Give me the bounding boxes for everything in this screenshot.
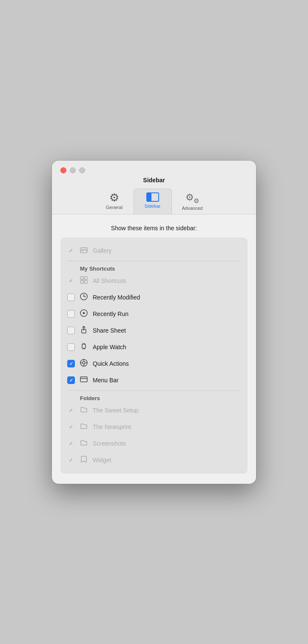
svg-rect-3: [84, 277, 87, 280]
recently-modified-checkbox[interactable]: [67, 294, 75, 301]
list-item-recently-run: Recently Run: [67, 306, 241, 322]
all-shortcuts-checkbox[interactable]: ✓: [67, 277, 75, 285]
main-window: Sidebar ⚙ General Sidebar ⚙ ⚙: [52, 161, 256, 484]
close-button[interactable]: [60, 167, 66, 173]
screenshots-checkbox[interactable]: ✓: [67, 440, 75, 447]
newsprint-icon: [79, 422, 88, 432]
widget-icon: [79, 455, 88, 466]
svg-point-16: [83, 362, 85, 364]
list-item-quick-actions: Quick Actions: [67, 356, 241, 372]
divider-1: [67, 261, 241, 261]
quick-actions-icon: [79, 359, 88, 369]
menu-bar-checkbox[interactable]: [67, 376, 75, 384]
menu-bar-label: Menu Bar: [93, 377, 241, 384]
divider-2: [67, 390, 241, 391]
svg-rect-5: [84, 280, 87, 283]
quick-actions-label: Quick Actions: [93, 360, 241, 367]
widget-label: Widget: [93, 457, 241, 463]
tab-advanced[interactable]: ⚙ ⚙ Advanced: [172, 189, 213, 214]
newsprint-checkbox[interactable]: ✓: [67, 423, 75, 431]
apple-watch-label: Apple Watch: [93, 344, 241, 350]
recently-run-checkbox[interactable]: [67, 310, 75, 318]
list-item-widget: ✓ Widget: [67, 452, 241, 469]
sweet-setup-label: The Sweet Setup: [93, 407, 241, 414]
sidebar-label: Sidebar: [145, 203, 161, 209]
recently-run-label: Recently Run: [93, 311, 241, 317]
share-sheet-icon: [79, 325, 88, 336]
list-item-all-shortcuts: ✓ All Shortcuts: [67, 273, 241, 289]
list-item-share-sheet: Share Sheet: [67, 322, 241, 339]
recently-modified-label: Recently Modified: [93, 294, 241, 301]
menu-bar-icon: [79, 375, 88, 386]
general-icon: ⚙: [109, 192, 119, 203]
list-item-sweet-setup: ✓ The Sweet Setup: [67, 402, 241, 419]
window-title: Sidebar: [143, 177, 165, 184]
list-item-recently-modified: Recently Modified: [67, 289, 241, 306]
content-area: Show these items in the sidebar: ✓ Galle…: [52, 215, 256, 484]
screenshots-label: Screenshots: [93, 440, 241, 447]
advanced-label: Advanced: [182, 206, 203, 211]
toolbar: ⚙ General Sidebar ⚙ ⚙ Advanced: [95, 189, 213, 214]
recently-modified-icon: [79, 292, 88, 303]
list-item-newsprint: ✓ The Newsprint: [67, 419, 241, 435]
apple-watch-checkbox[interactable]: [67, 343, 75, 351]
tab-general[interactable]: ⚙ General: [95, 189, 134, 214]
screenshots-icon: [79, 438, 88, 449]
svg-point-1: [82, 249, 83, 250]
svg-rect-21: [80, 377, 87, 382]
maximize-button[interactable]: [79, 167, 85, 173]
svg-rect-2: [80, 277, 83, 280]
title-bar: Sidebar ⚙ General Sidebar ⚙ ⚙: [52, 161, 256, 215]
share-sheet-checkbox[interactable]: [67, 327, 75, 334]
list-item-gallery: ✓ Gallery: [67, 243, 241, 259]
quick-actions-checkbox[interactable]: [67, 360, 75, 367]
gallery-checkbox[interactable]: ✓: [67, 247, 75, 254]
gallery-label: Gallery: [93, 247, 241, 254]
sweet-setup-icon: [79, 405, 88, 416]
svg-rect-4: [80, 280, 83, 283]
section-title: Show these items in the sidebar:: [60, 225, 248, 232]
general-label: General: [106, 205, 123, 210]
all-shortcuts-label: All Shortcuts: [93, 277, 241, 284]
gallery-icon: [79, 246, 88, 256]
sidebar-items-list: ✓ Gallery My Shortcuts ✓: [60, 237, 248, 474]
minimize-button[interactable]: [70, 167, 76, 173]
list-item-apple-watch: Apple Watch: [67, 339, 241, 356]
all-shortcuts-icon: [79, 276, 88, 286]
widget-checkbox[interactable]: ✓: [67, 456, 75, 464]
share-sheet-label: Share Sheet: [93, 327, 241, 334]
list-item-screenshots: ✓ Screenshots: [67, 435, 241, 452]
sidebar-icon: [146, 192, 159, 202]
svg-marker-8: [83, 312, 86, 314]
svg-rect-10: [82, 344, 86, 348]
my-shortcuts-header: My Shortcuts: [67, 266, 241, 272]
sweet-setup-checkbox[interactable]: ✓: [67, 407, 75, 414]
folders-header: Folders: [67, 395, 241, 401]
traffic-lights: [60, 167, 85, 173]
list-item-menu-bar: Menu Bar: [67, 372, 241, 389]
recently-run-icon: [79, 309, 88, 319]
advanced-icon: ⚙ ⚙: [185, 192, 199, 204]
tab-sidebar[interactable]: Sidebar: [134, 189, 172, 214]
newsprint-label: The Newsprint: [93, 424, 241, 430]
apple-watch-icon: [79, 342, 88, 353]
